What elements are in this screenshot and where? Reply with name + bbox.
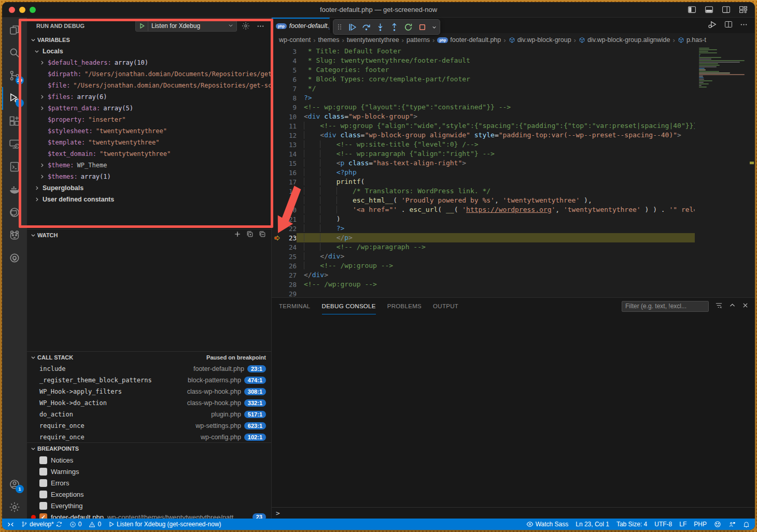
status-branch[interactable]: develop* [21, 521, 62, 528]
debug-step-out-button[interactable] [390, 23, 399, 32]
debug-console-filter-input[interactable] [622, 301, 709, 312]
status-feedback[interactable] [728, 521, 736, 528]
status-debug-play[interactable]: Listen for Xdebug (get-screened-now) [108, 521, 221, 528]
status-bell[interactable] [743, 521, 750, 528]
code-line-16[interactable]: 16 <?php [272, 168, 755, 177]
activity-item-docker[interactable] [2, 178, 27, 201]
debug-console-output[interactable] [272, 314, 755, 507]
breakpoint-toggle-errors[interactable]: Errors [27, 477, 271, 488]
maximize-panel-icon[interactable] [729, 301, 736, 311]
activity-item-github[interactable] [2, 201, 27, 224]
code-line-6[interactable]: 6 * Block Types: core/template-part/foot… [272, 75, 755, 84]
code-line-4[interactable]: 4 * Slug: twentytwentythree/footer-defau… [272, 56, 755, 65]
debug-restart-button[interactable] [404, 23, 413, 32]
debug-stop-chevron-icon[interactable] [432, 25, 437, 30]
variable-row[interactable]: $files:array(6) [27, 91, 271, 103]
close-window-button[interactable] [9, 7, 15, 13]
variable-row[interactable]: $dirpath:"/Users/jonathan.domian/Documen… [27, 68, 271, 80]
toggle-secondary-sidebar-icon[interactable] [722, 5, 731, 14]
code-line-26[interactable]: 26 <!-- /wp:group --> [272, 261, 755, 270]
code-line-7[interactable]: 7 */ [272, 84, 755, 93]
code-line-15[interactable]: 15 <p class="has-text-align-right"> [272, 159, 755, 168]
activity-item-explorer[interactable] [2, 19, 27, 41]
panel-tab-output[interactable]: OUTPUT [433, 298, 458, 314]
activity-item-run-and-debug[interactable]: 1 [2, 87, 27, 110]
activity-item-remote-explorer[interactable] [2, 133, 27, 155]
breadcrumb-item[interactable]: phpfooter-default.php [437, 36, 501, 44]
views-more-actions-icon[interactable] [255, 22, 266, 30]
call-stack-frame[interactable]: require_oncewp-settings.php623:1 [27, 420, 271, 432]
breadcrumb-item[interactable]: p.has-t [678, 36, 706, 44]
close-panel-icon[interactable] [742, 301, 749, 311]
panel-tab-problems[interactable]: PROBLEMS [387, 298, 422, 314]
call-stack-section-header[interactable]: CALL STACK Paused on breakpoint [27, 352, 271, 363]
debug-stop-button[interactable] [418, 23, 427, 32]
code-line-23[interactable]: 23 </p> [272, 233, 755, 242]
status-smiley[interactable] [714, 521, 721, 528]
status-php[interactable]: PHP [694, 521, 707, 528]
code-line-20[interactable]: 20 '<a href="' . esc_url( __( 'https://w… [272, 205, 755, 214]
status-warning[interactable]: 0 [89, 521, 101, 528]
code-line-24[interactable]: 24 <!-- /wp:paragraph --> [272, 242, 755, 252]
status-tab-size-4[interactable]: Tab Size: 4 [616, 521, 647, 528]
breadcrumb-item[interactable]: twentytwentythree [347, 36, 399, 44]
debug-step-into-button[interactable] [376, 23, 385, 32]
run-or-debug-icon[interactable] [708, 20, 717, 31]
code-line-29[interactable]: 29 [272, 289, 755, 297]
code-line-11[interactable]: 11 <!-- wp:group {"align":"wide","style"… [272, 121, 755, 131]
minimap[interactable] [699, 48, 748, 90]
code-line-3[interactable]: 3 * Title: Default Footer [272, 47, 755, 56]
status-utf-8[interactable]: UTF-8 [654, 521, 672, 528]
call-stack-frame[interactable]: WP_Hook->do_actionclass-wp-hook.php332:1 [27, 397, 271, 409]
collapse-all-watch-icon[interactable] [259, 231, 266, 240]
activity-item-settings[interactable] [2, 496, 27, 519]
code-line-21[interactable]: 21 ) [272, 214, 755, 224]
breadcrumb-item[interactable]: wp-content [279, 36, 311, 44]
split-editor-icon[interactable] [724, 20, 733, 31]
activity-item-search[interactable] [2, 41, 27, 64]
call-stack-frame[interactable]: require_oncewp-config.php102:1 [27, 432, 271, 442]
variable-row[interactable]: $property:"inserter" [27, 114, 271, 125]
breakpoint-toggle-everything[interactable]: Everything [27, 500, 271, 511]
panel-tab-debug-console[interactable]: DEBUG CONSOLE [322, 298, 376, 314]
breakpoint-toggle-notices[interactable]: Notices [27, 454, 271, 466]
variable-row[interactable]: $text_domain:"twentytwentythree" [27, 148, 271, 160]
code-line-8[interactable]: 8?> [272, 93, 755, 103]
status-ln-23-col-1[interactable]: Ln 23, Col 1 [576, 521, 609, 528]
breakpoints-section-header[interactable]: BREAKPOINTS [27, 443, 271, 454]
debug-step-over-button[interactable] [362, 23, 371, 32]
activity-item-console-file[interactable] [2, 155, 27, 178]
code-line-27[interactable]: 27</div> [272, 270, 755, 280]
panel-tab-terminal[interactable]: TERMINAL [279, 298, 311, 314]
remove-all-watch-icon[interactable] [246, 231, 254, 240]
code-line-22[interactable]: 22 ?> [272, 224, 755, 233]
call-stack-frame[interactable]: includefooter-default.php23:1 [27, 363, 271, 375]
variables-scope-user-defined-constants[interactable]: User defined constants [27, 194, 271, 205]
code-line-25[interactable]: 25 </div> [272, 252, 755, 261]
activity-item-circle-tool[interactable] [2, 247, 27, 269]
breakpoint-toggle-warnings[interactable]: Warnings [27, 466, 271, 477]
editor-more-actions-icon[interactable] [740, 21, 748, 31]
code-line-9[interactable]: 9<!-- wp:group {"layout":{"type":"constr… [272, 103, 755, 112]
variable-row[interactable]: $pattern_data:array(5) [27, 103, 271, 114]
variables-section-header[interactable]: VARIABLES [27, 34, 271, 46]
activity-item-pet[interactable] [2, 224, 27, 247]
breakpoint-toggle-exceptions[interactable]: Exceptions [27, 488, 271, 500]
call-stack-frame[interactable]: WP_Hook->apply_filtersclass-wp-hook.php3… [27, 386, 271, 397]
zoom-window-button[interactable] [30, 7, 36, 13]
watch-section-header[interactable]: WATCH [27, 229, 271, 241]
variable-row[interactable]: $theme:WP_Theme [27, 160, 271, 171]
variable-row[interactable]: $stylesheet:"twentytwentythree" [27, 125, 271, 137]
code-line-18[interactable]: 18 /* Translators: WordPress link. */ [272, 186, 755, 196]
toggle-panel-icon[interactable] [705, 5, 713, 14]
code-line-10[interactable]: 10<div class="wp-block-group"> [272, 112, 755, 121]
code-line-12[interactable]: 12 <div class="wp-block-group alignwide"… [272, 131, 755, 140]
start-debugging-icon[interactable] [136, 21, 148, 31]
variable-row[interactable]: $template:"twentytwentythree" [27, 137, 271, 148]
minimize-window-button[interactable] [19, 7, 25, 13]
code-line-19[interactable]: 19 esc_html__( 'Proudly powered by %s', … [272, 196, 755, 205]
toggle-primary-sidebar-icon[interactable] [688, 5, 696, 14]
status-error[interactable]: 0 [69, 521, 82, 528]
customize-layout-icon[interactable] [739, 5, 748, 14]
code-line-14[interactable]: 14 <!-- wp:paragraph {"align":"right"} -… [272, 149, 755, 159]
